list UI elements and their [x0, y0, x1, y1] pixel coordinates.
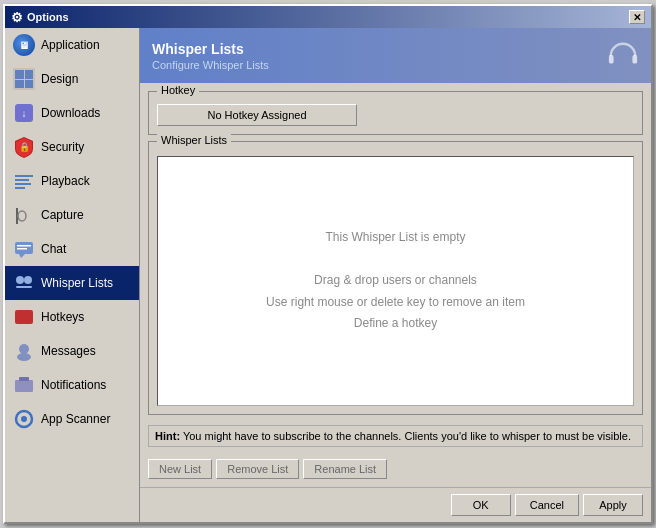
- svg-rect-12: [17, 248, 27, 250]
- sidebar-label: Whisper Lists: [41, 276, 113, 290]
- design-icon: [13, 68, 35, 90]
- main-content: Whisper Lists Configure Whisper Lists H: [140, 28, 651, 522]
- sidebar-label: App Scanner: [41, 412, 110, 426]
- security-icon: 🔒: [13, 136, 35, 158]
- hotkey-button[interactable]: No Hotkey Assigned: [157, 104, 357, 126]
- sidebar-item-security[interactable]: 🔒 Security: [5, 130, 139, 164]
- hotkey-group: Hotkey No Hotkey Assigned: [148, 91, 643, 135]
- sidebar-label: Downloads: [41, 106, 100, 120]
- svg-point-8: [18, 211, 26, 221]
- playback-icon: [13, 170, 35, 192]
- svg-rect-11: [17, 245, 31, 247]
- panel-body: Hotkey No Hotkey Assigned Whisper Lists …: [140, 83, 651, 487]
- sidebar-label: Application: [41, 38, 100, 52]
- svg-rect-6: [15, 187, 25, 189]
- sidebar-item-capture[interactable]: Capture: [5, 198, 139, 232]
- svg-rect-16: [15, 310, 33, 324]
- hint-label: Hint:: [155, 430, 180, 442]
- messages-icon: [13, 340, 35, 362]
- headset-icon: [607, 40, 639, 72]
- sidebar-item-design[interactable]: Design: [5, 62, 139, 96]
- sidebar-label: Playback: [41, 174, 90, 188]
- sidebar-label: Chat: [41, 242, 66, 256]
- cancel-button[interactable]: Cancel: [515, 494, 579, 516]
- panel-header-text: Whisper Lists Configure Whisper Lists: [152, 41, 269, 71]
- svg-point-22: [21, 416, 27, 422]
- svg-rect-4: [15, 179, 29, 181]
- sidebar-item-downloads[interactable]: ↓ Downloads: [5, 96, 139, 130]
- empty-line1: This Whisper List is empty: [266, 227, 525, 249]
- sidebar-item-playback[interactable]: Playback: [5, 164, 139, 198]
- svg-point-13: [16, 276, 24, 284]
- chat-icon: [13, 238, 35, 260]
- footer: OK Cancel Apply: [140, 487, 651, 522]
- sidebar-label: Security: [41, 140, 84, 154]
- sidebar-item-app-scanner[interactable]: App Scanner: [5, 402, 139, 436]
- sidebar-label: Notifications: [41, 378, 106, 392]
- sidebar-item-hotkeys[interactable]: Hotkeys: [5, 300, 139, 334]
- whisper-list-empty-text: This Whisper List is empty Drag & drop u…: [266, 227, 525, 335]
- whisper-lists-group: Whisper Lists This Whisper List is empty…: [148, 141, 643, 415]
- remove-list-button[interactable]: Remove List: [216, 459, 299, 479]
- hotkeys-icon: [13, 306, 35, 328]
- close-button[interactable]: ✕: [629, 10, 645, 24]
- apply-button[interactable]: Apply: [583, 494, 643, 516]
- whisper-list-area: This Whisper List is empty Drag & drop u…: [157, 156, 634, 406]
- hotkey-section-title: Hotkey: [157, 84, 199, 96]
- svg-rect-3: [15, 175, 33, 177]
- window-body: 🖥 Application Design ↓ Downloads: [5, 28, 651, 522]
- ok-button[interactable]: OK: [451, 494, 511, 516]
- empty-line2: Drag & drop users or channels: [266, 270, 525, 292]
- panel-header: Whisper Lists Configure Whisper Lists: [140, 28, 651, 83]
- hint-box: Hint: You might have to subscribe to the…: [148, 425, 643, 447]
- svg-rect-23: [609, 55, 614, 63]
- sidebar-label: Messages: [41, 344, 96, 358]
- sidebar-item-chat[interactable]: Chat: [5, 232, 139, 266]
- whisper-section-title: Whisper Lists: [157, 134, 231, 146]
- hint-text: You might have to subscribe to the chann…: [180, 430, 631, 442]
- sidebar-item-notifications[interactable]: Notifications: [5, 368, 139, 402]
- svg-rect-15: [16, 286, 32, 288]
- panel-title: Whisper Lists: [152, 41, 269, 57]
- svg-rect-19: [15, 380, 33, 392]
- list-buttons: New List Remove List Rename List: [148, 459, 643, 479]
- appscanner-icon: [13, 408, 35, 430]
- panel-subtitle: Configure Whisper Lists: [152, 59, 269, 71]
- rename-list-button[interactable]: Rename List: [303, 459, 387, 479]
- sidebar-item-application[interactable]: 🖥 Application: [5, 28, 139, 62]
- application-icon: 🖥: [13, 34, 35, 56]
- svg-point-18: [17, 353, 31, 361]
- svg-point-14: [24, 276, 32, 284]
- sidebar-label: Design: [41, 72, 78, 86]
- capture-icon: [13, 204, 35, 226]
- title-bar-text: ⚙ Options: [11, 10, 69, 25]
- title-bar: ⚙ Options ✕: [5, 6, 651, 28]
- svg-rect-20: [19, 377, 29, 381]
- svg-marker-10: [19, 254, 25, 258]
- whisper-icon: [13, 272, 35, 294]
- svg-text:🔒: 🔒: [19, 141, 31, 153]
- svg-rect-24: [632, 55, 637, 63]
- sidebar-item-whisper-lists[interactable]: Whisper Lists: [5, 266, 139, 300]
- svg-rect-5: [15, 183, 31, 185]
- options-window: ⚙ Options ✕ 🖥 Application Design: [3, 4, 653, 524]
- new-list-button[interactable]: New List: [148, 459, 212, 479]
- svg-text:↓: ↓: [22, 108, 27, 119]
- empty-line3: Use right mouse or delete key to remove …: [266, 292, 525, 314]
- sidebar-label: Hotkeys: [41, 310, 84, 324]
- sidebar-item-messages[interactable]: Messages: [5, 334, 139, 368]
- notifications-icon: [13, 374, 35, 396]
- sidebar-label: Capture: [41, 208, 84, 222]
- empty-line4: Define a hotkey: [266, 313, 525, 335]
- sidebar: 🖥 Application Design ↓ Downloads: [5, 28, 140, 522]
- svg-point-17: [19, 344, 29, 354]
- downloads-icon: ↓: [13, 102, 35, 124]
- window-title: Options: [27, 11, 69, 23]
